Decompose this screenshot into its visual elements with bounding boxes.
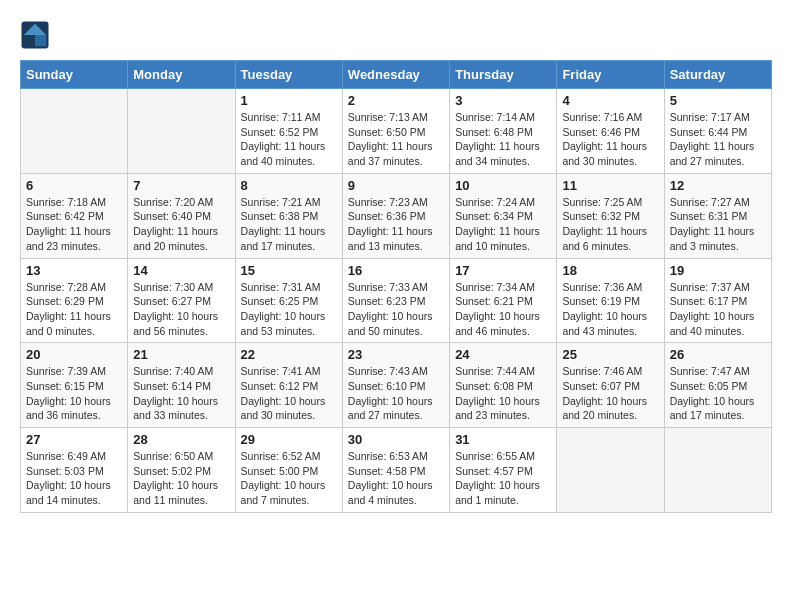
calendar-cell xyxy=(664,428,771,513)
day-detail: Sunrise: 7:46 AM Sunset: 6:07 PM Dayligh… xyxy=(562,364,658,423)
day-number: 21 xyxy=(133,347,229,362)
calendar-cell: 11Sunrise: 7:25 AM Sunset: 6:32 PM Dayli… xyxy=(557,173,664,258)
day-detail: Sunrise: 7:30 AM Sunset: 6:27 PM Dayligh… xyxy=(133,280,229,339)
calendar-cell: 12Sunrise: 7:27 AM Sunset: 6:31 PM Dayli… xyxy=(664,173,771,258)
calendar-cell: 30Sunrise: 6:53 AM Sunset: 4:58 PM Dayli… xyxy=(342,428,449,513)
logo xyxy=(20,20,54,50)
day-detail: Sunrise: 7:39 AM Sunset: 6:15 PM Dayligh… xyxy=(26,364,122,423)
day-number: 13 xyxy=(26,263,122,278)
calendar-cell: 6Sunrise: 7:18 AM Sunset: 6:42 PM Daylig… xyxy=(21,173,128,258)
day-detail: Sunrise: 7:24 AM Sunset: 6:34 PM Dayligh… xyxy=(455,195,551,254)
calendar-cell: 13Sunrise: 7:28 AM Sunset: 6:29 PM Dayli… xyxy=(21,258,128,343)
day-detail: Sunrise: 7:16 AM Sunset: 6:46 PM Dayligh… xyxy=(562,110,658,169)
day-of-week-header: Monday xyxy=(128,61,235,89)
day-detail: Sunrise: 7:13 AM Sunset: 6:50 PM Dayligh… xyxy=(348,110,444,169)
day-number: 7 xyxy=(133,178,229,193)
calendar-cell: 5Sunrise: 7:17 AM Sunset: 6:44 PM Daylig… xyxy=(664,89,771,174)
day-detail: Sunrise: 7:27 AM Sunset: 6:31 PM Dayligh… xyxy=(670,195,766,254)
day-number: 30 xyxy=(348,432,444,447)
day-detail: Sunrise: 7:37 AM Sunset: 6:17 PM Dayligh… xyxy=(670,280,766,339)
day-detail: Sunrise: 7:14 AM Sunset: 6:48 PM Dayligh… xyxy=(455,110,551,169)
calendar-cell: 4Sunrise: 7:16 AM Sunset: 6:46 PM Daylig… xyxy=(557,89,664,174)
calendar-cell: 2Sunrise: 7:13 AM Sunset: 6:50 PM Daylig… xyxy=(342,89,449,174)
calendar-week-row: 1Sunrise: 7:11 AM Sunset: 6:52 PM Daylig… xyxy=(21,89,772,174)
day-of-week-header: Tuesday xyxy=(235,61,342,89)
calendar-cell: 21Sunrise: 7:40 AM Sunset: 6:14 PM Dayli… xyxy=(128,343,235,428)
day-number: 10 xyxy=(455,178,551,193)
day-number: 16 xyxy=(348,263,444,278)
day-number: 9 xyxy=(348,178,444,193)
calendar-cell: 23Sunrise: 7:43 AM Sunset: 6:10 PM Dayli… xyxy=(342,343,449,428)
day-number: 26 xyxy=(670,347,766,362)
calendar-cell: 29Sunrise: 6:52 AM Sunset: 5:00 PM Dayli… xyxy=(235,428,342,513)
svg-marker-2 xyxy=(35,35,46,46)
page-header xyxy=(20,20,772,50)
day-detail: Sunrise: 7:17 AM Sunset: 6:44 PM Dayligh… xyxy=(670,110,766,169)
day-number: 2 xyxy=(348,93,444,108)
day-detail: Sunrise: 7:28 AM Sunset: 6:29 PM Dayligh… xyxy=(26,280,122,339)
calendar-cell: 19Sunrise: 7:37 AM Sunset: 6:17 PM Dayli… xyxy=(664,258,771,343)
calendar-cell: 7Sunrise: 7:20 AM Sunset: 6:40 PM Daylig… xyxy=(128,173,235,258)
day-detail: Sunrise: 7:47 AM Sunset: 6:05 PM Dayligh… xyxy=(670,364,766,423)
calendar-cell: 17Sunrise: 7:34 AM Sunset: 6:21 PM Dayli… xyxy=(450,258,557,343)
day-number: 3 xyxy=(455,93,551,108)
calendar-cell: 22Sunrise: 7:41 AM Sunset: 6:12 PM Dayli… xyxy=(235,343,342,428)
calendar-table: SundayMondayTuesdayWednesdayThursdayFrid… xyxy=(20,60,772,513)
day-of-week-header: Sunday xyxy=(21,61,128,89)
day-detail: Sunrise: 7:18 AM Sunset: 6:42 PM Dayligh… xyxy=(26,195,122,254)
calendar-cell: 16Sunrise: 7:33 AM Sunset: 6:23 PM Dayli… xyxy=(342,258,449,343)
day-number: 27 xyxy=(26,432,122,447)
day-number: 4 xyxy=(562,93,658,108)
calendar-cell: 15Sunrise: 7:31 AM Sunset: 6:25 PM Dayli… xyxy=(235,258,342,343)
day-detail: Sunrise: 7:20 AM Sunset: 6:40 PM Dayligh… xyxy=(133,195,229,254)
day-of-week-header: Friday xyxy=(557,61,664,89)
calendar-cell: 1Sunrise: 7:11 AM Sunset: 6:52 PM Daylig… xyxy=(235,89,342,174)
calendar-week-row: 6Sunrise: 7:18 AM Sunset: 6:42 PM Daylig… xyxy=(21,173,772,258)
day-detail: Sunrise: 7:11 AM Sunset: 6:52 PM Dayligh… xyxy=(241,110,337,169)
calendar-cell: 10Sunrise: 7:24 AM Sunset: 6:34 PM Dayli… xyxy=(450,173,557,258)
day-number: 23 xyxy=(348,347,444,362)
calendar-cell: 28Sunrise: 6:50 AM Sunset: 5:02 PM Dayli… xyxy=(128,428,235,513)
day-detail: Sunrise: 6:52 AM Sunset: 5:00 PM Dayligh… xyxy=(241,449,337,508)
day-detail: Sunrise: 7:44 AM Sunset: 6:08 PM Dayligh… xyxy=(455,364,551,423)
day-number: 8 xyxy=(241,178,337,193)
day-number: 18 xyxy=(562,263,658,278)
calendar-cell xyxy=(557,428,664,513)
calendar-cell: 3Sunrise: 7:14 AM Sunset: 6:48 PM Daylig… xyxy=(450,89,557,174)
day-number: 11 xyxy=(562,178,658,193)
day-detail: Sunrise: 7:25 AM Sunset: 6:32 PM Dayligh… xyxy=(562,195,658,254)
day-of-week-header: Thursday xyxy=(450,61,557,89)
day-number: 31 xyxy=(455,432,551,447)
day-detail: Sunrise: 7:31 AM Sunset: 6:25 PM Dayligh… xyxy=(241,280,337,339)
day-detail: Sunrise: 6:50 AM Sunset: 5:02 PM Dayligh… xyxy=(133,449,229,508)
day-number: 25 xyxy=(562,347,658,362)
day-detail: Sunrise: 7:23 AM Sunset: 6:36 PM Dayligh… xyxy=(348,195,444,254)
logo-icon xyxy=(20,20,50,50)
day-number: 1 xyxy=(241,93,337,108)
calendar-cell: 9Sunrise: 7:23 AM Sunset: 6:36 PM Daylig… xyxy=(342,173,449,258)
day-detail: Sunrise: 7:40 AM Sunset: 6:14 PM Dayligh… xyxy=(133,364,229,423)
day-number: 28 xyxy=(133,432,229,447)
calendar-cell: 8Sunrise: 7:21 AM Sunset: 6:38 PM Daylig… xyxy=(235,173,342,258)
day-detail: Sunrise: 7:43 AM Sunset: 6:10 PM Dayligh… xyxy=(348,364,444,423)
day-detail: Sunrise: 7:33 AM Sunset: 6:23 PM Dayligh… xyxy=(348,280,444,339)
day-number: 6 xyxy=(26,178,122,193)
calendar-cell xyxy=(128,89,235,174)
day-number: 5 xyxy=(670,93,766,108)
day-of-week-header: Saturday xyxy=(664,61,771,89)
day-number: 12 xyxy=(670,178,766,193)
calendar-header-row: SundayMondayTuesdayWednesdayThursdayFrid… xyxy=(21,61,772,89)
calendar-week-row: 20Sunrise: 7:39 AM Sunset: 6:15 PM Dayli… xyxy=(21,343,772,428)
day-detail: Sunrise: 7:36 AM Sunset: 6:19 PM Dayligh… xyxy=(562,280,658,339)
calendar-cell xyxy=(21,89,128,174)
calendar-cell: 24Sunrise: 7:44 AM Sunset: 6:08 PM Dayli… xyxy=(450,343,557,428)
day-detail: Sunrise: 7:21 AM Sunset: 6:38 PM Dayligh… xyxy=(241,195,337,254)
day-detail: Sunrise: 7:41 AM Sunset: 6:12 PM Dayligh… xyxy=(241,364,337,423)
calendar-cell: 20Sunrise: 7:39 AM Sunset: 6:15 PM Dayli… xyxy=(21,343,128,428)
svg-marker-3 xyxy=(24,35,35,46)
day-number: 24 xyxy=(455,347,551,362)
day-number: 22 xyxy=(241,347,337,362)
day-number: 20 xyxy=(26,347,122,362)
calendar-cell: 27Sunrise: 6:49 AM Sunset: 5:03 PM Dayli… xyxy=(21,428,128,513)
day-number: 14 xyxy=(133,263,229,278)
